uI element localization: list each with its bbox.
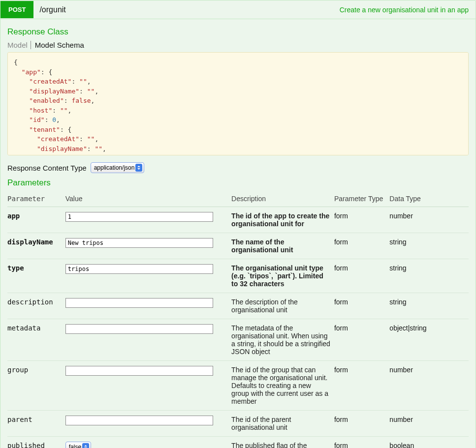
param-row-description: descriptionThe description of the organi… (7, 293, 469, 319)
param-input-parent[interactable] (65, 416, 213, 425)
param-description: The organisational unit type (e.g. `trip… (231, 259, 334, 293)
param-name: displayName (7, 233, 65, 259)
param-input-published[interactable]: falsetrue (65, 442, 91, 448)
operation-summary: Create a new organisational unit in an a… (340, 6, 476, 14)
param-value-cell (65, 319, 231, 361)
param-name: app (7, 207, 65, 233)
param-description: The id of the parent organisational unit (231, 411, 334, 437)
response-class-heading: Response Class (7, 27, 469, 37)
param-name: type (7, 259, 65, 293)
col-header-parameter-type: Parameter Type (334, 192, 389, 207)
param-value-cell (65, 207, 231, 233)
param-parameter-type: form (334, 411, 389, 437)
endpoint-path: /orgunit (33, 5, 65, 14)
response-content-type-label: Response Content Type (7, 164, 87, 172)
response-content-type-select[interactable]: application/json (91, 162, 144, 173)
param-name: parent (7, 411, 65, 437)
param-description: The published flag of the organisational… (231, 437, 334, 448)
param-row-parent: parentThe id of the parent organisationa… (7, 411, 469, 437)
param-description: The metadata of the organisational unit.… (231, 319, 334, 361)
param-parameter-type: form (334, 207, 389, 233)
param-data-type: string (389, 293, 469, 319)
schema-tabs: Model Model Schema (7, 41, 469, 49)
tab-model[interactable]: Model (7, 41, 31, 49)
response-content-type-row: Response Content Type application/json (7, 162, 469, 173)
param-description: The id of the group that can manage the … (231, 361, 334, 411)
param-data-type: boolean (389, 437, 469, 448)
param-description: The name of the organisational unit (231, 233, 334, 259)
api-operation-panel: POST /orgunit Create a new organisationa… (0, 0, 476, 448)
param-input-group[interactable] (65, 366, 213, 376)
param-row-metadata: metadataThe metadata of the organisation… (7, 319, 469, 361)
param-name: metadata (7, 319, 65, 361)
col-header-parameter: Parameter (7, 192, 65, 207)
param-name: group (7, 361, 65, 411)
param-row-type: typeThe organisational unit type (e.g. `… (7, 259, 469, 293)
parameters-header-row: Parameter Value Description Parameter Ty… (7, 192, 469, 207)
param-description: The id of the app to create the organisa… (231, 207, 334, 233)
operation-header[interactable]: POST /orgunit Create a new organisationa… (0, 0, 476, 19)
param-parameter-type: form (334, 319, 389, 361)
param-data-type: number (389, 411, 469, 437)
http-method-badge: POST (0, 1, 33, 18)
param-parameter-type: form (334, 233, 389, 259)
col-header-description: Description (231, 192, 334, 207)
parameters-table: Parameter Value Description Parameter Ty… (7, 192, 469, 448)
param-input-metadata[interactable] (65, 324, 213, 334)
param-value-cell (65, 411, 231, 437)
param-name: published (7, 437, 65, 448)
param-parameter-type: form (334, 293, 389, 319)
param-parameter-type: form (334, 259, 389, 293)
param-row-published: publishedfalsetrueThe published flag of … (7, 437, 469, 448)
param-data-type: string (389, 259, 469, 293)
param-value-cell (65, 293, 231, 319)
param-input-description[interactable] (65, 298, 213, 308)
param-value-cell: falsetrue (65, 437, 231, 448)
param-row-app: appThe id of the app to create the organ… (7, 207, 469, 233)
param-data-type: number (389, 207, 469, 233)
param-parameter-type: form (334, 437, 389, 448)
param-name: description (7, 293, 65, 319)
operation-content: Response Class Model Model Schema { "app… (0, 19, 476, 448)
model-schema-code[interactable]: { "app": { "createdAt": "", "displayName… (7, 52, 469, 155)
tab-model-schema[interactable]: Model Schema (35, 41, 84, 49)
param-data-type: object|string (389, 319, 469, 361)
param-input-displayName[interactable] (65, 238, 213, 248)
param-data-type: number (389, 361, 469, 411)
param-row-group: groupThe id of the group that can manage… (7, 361, 469, 411)
param-parameter-type: form (334, 361, 389, 411)
col-header-data-type: Data Type (389, 192, 469, 207)
param-row-displayName: displayNameThe name of the organisationa… (7, 233, 469, 259)
col-header-value: Value (65, 192, 231, 207)
param-input-type[interactable] (65, 264, 213, 274)
param-input-app[interactable] (65, 212, 213, 222)
param-data-type: string (389, 233, 469, 259)
response-content-type-select-wrap: application/json (91, 162, 144, 173)
param-value-cell (65, 361, 231, 411)
param-value-cell (65, 259, 231, 293)
parameters-heading: Parameters (7, 178, 469, 188)
param-value-cell (65, 233, 231, 259)
param-description: The description of the organisational un… (231, 293, 334, 319)
